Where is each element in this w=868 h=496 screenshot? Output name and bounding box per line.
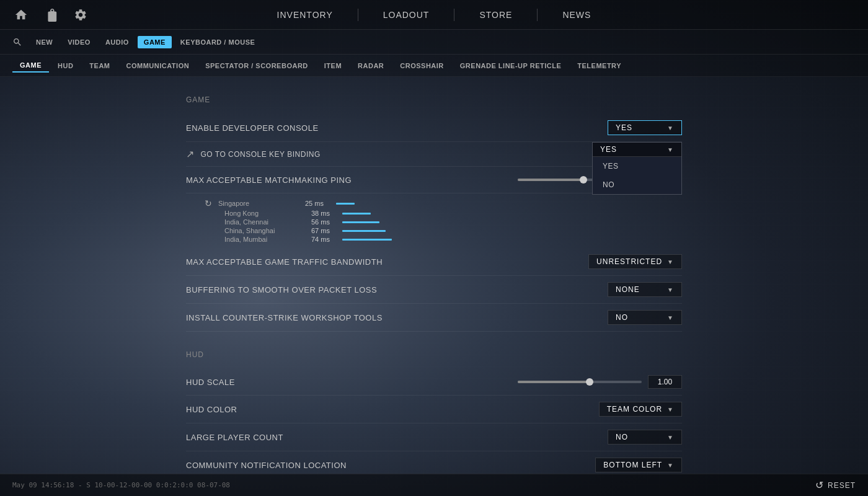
tab-audio[interactable]: AUDIO xyxy=(99,36,135,48)
hud-scale-value: 1.00 xyxy=(648,375,682,389)
reset-icon: ↺ xyxy=(815,479,824,491)
bandwidth-control: UNRESTRICTED ▼ xyxy=(588,254,682,269)
hud-scale-fill xyxy=(518,381,590,383)
ping-row-1: Hong Kong 38 ms xyxy=(205,210,682,217)
tab-new[interactable]: NEW xyxy=(30,36,59,48)
large-player-count-dropdown[interactable]: NO ▼ xyxy=(608,430,682,445)
ping-bar-1 xyxy=(342,213,371,215)
home-icon[interactable] xyxy=(12,6,30,24)
buffering-row: Buffering to smooth over packet loss NON… xyxy=(186,276,682,304)
nav-news[interactable]: NEWS xyxy=(562,7,591,22)
inventory-icon[interactable] xyxy=(42,6,60,24)
hud-color-label: HUD Color xyxy=(186,405,599,414)
sec-tab-grenade[interactable]: GRENADE LINE-UP RETICLE xyxy=(453,60,569,72)
sec-tab-spectator[interactable]: SPECTATOR / SCOREBOARD xyxy=(198,60,316,72)
top-nav-links: INVENTORY LOADOUT STORE NEWS xyxy=(277,7,591,22)
tab-game[interactable]: GAME xyxy=(138,36,172,48)
workshop-tools-dropdown[interactable]: NO ▼ xyxy=(608,310,682,325)
buffering-label: Buffering to smooth over packet loss xyxy=(186,285,608,294)
dropdown-yes-option[interactable]: Yes xyxy=(593,157,681,175)
ping-row-2: India, Chennai 56 ms xyxy=(205,218,682,226)
nav-sep-3 xyxy=(537,9,538,21)
large-player-count-control: NO ▼ xyxy=(608,430,682,445)
nav-store[interactable]: STORE xyxy=(479,7,512,22)
hud-color-row: HUD Color TEAM COLOR ▼ xyxy=(186,396,682,423)
bottom-bar: May 09 14:56:18 - S 10-00-12-00-00 0:0:2… xyxy=(0,474,868,496)
section-hud-label: Hud xyxy=(186,350,682,359)
dropdown-header-chevron: ▼ xyxy=(667,146,674,153)
sec-tab-team[interactable]: TEAM xyxy=(82,60,117,72)
hud-scale-track[interactable] xyxy=(518,381,642,383)
sec-tab-communication[interactable]: COMMUNICATION xyxy=(119,60,197,72)
console-link-label: GO TO CONSOLE KEY BINDING xyxy=(201,150,321,159)
buffering-chevron: ▼ xyxy=(667,286,674,293)
buffering-value: NONE xyxy=(616,285,640,294)
ping-location-1: Hong Kong xyxy=(224,210,305,217)
community-notification-dropdown[interactable]: BOTTOM LEFT ▼ xyxy=(595,458,682,472)
developer-console-dropdown[interactable]: YES ▼ xyxy=(608,120,682,135)
hud-color-value: TEAM COLOR xyxy=(607,405,662,414)
community-notification-chevron: ▼ xyxy=(667,462,674,469)
hud-scale-label: HUD Scale xyxy=(186,378,518,387)
community-notification-row: Community Notification Location BOTTOM L… xyxy=(186,451,682,474)
large-player-count-chevron: ▼ xyxy=(667,434,674,441)
sec-tab-telemetry[interactable]: TELEMETRY xyxy=(570,60,629,72)
section-game-label: Game xyxy=(186,95,682,104)
reset-label: RESET xyxy=(828,481,856,490)
secondary-tabs: GAME HUD TEAM COMMUNICATION SPECTATOR / … xyxy=(0,55,868,77)
refresh-icon[interactable]: ↻ xyxy=(205,198,212,208)
ping-bar-4 xyxy=(342,239,392,241)
community-notification-value: BOTTOM LEFT xyxy=(603,461,662,469)
bottom-log: May 09 14:56:18 - S 10-00-12-00-00 0:0:2… xyxy=(12,481,230,489)
ping-location-0: Singapore xyxy=(218,200,299,207)
workshop-tools-control: NO ▼ xyxy=(608,310,682,325)
buffering-dropdown[interactable]: NONE ▼ xyxy=(608,282,682,297)
ping-bar-2 xyxy=(342,221,379,223)
bandwidth-dropdown[interactable]: UNRESTRICTED ▼ xyxy=(588,254,682,269)
nav-sep-2 xyxy=(454,9,454,21)
matchmaking-ping-thumb[interactable] xyxy=(580,176,587,184)
ping-row-3: China, Shanghai 67 ms xyxy=(205,227,682,234)
settings-icon[interactable] xyxy=(72,6,89,24)
top-nav: INVENTORY LOADOUT STORE NEWS xyxy=(0,0,868,30)
sec-tab-game[interactable]: GAME xyxy=(12,59,49,73)
workshop-tools-row: Install Counter-Strike Workshop Tools NO… xyxy=(186,304,682,332)
ping-bar-0 xyxy=(336,203,355,205)
nav-loadout[interactable]: LOADOUT xyxy=(383,7,430,22)
developer-console-value: YES xyxy=(616,123,632,132)
tab-keyboard-mouse[interactable]: KEYBOARD / MOUSE xyxy=(174,36,261,48)
sec-tab-item[interactable]: ITEM xyxy=(317,60,349,72)
workshop-tools-value: NO xyxy=(616,313,628,322)
workshop-tools-chevron: ▼ xyxy=(667,314,674,321)
ping-value-1: 38 ms xyxy=(311,210,336,217)
workshop-tools-label: Install Counter-Strike Workshop Tools xyxy=(186,313,608,322)
ping-value-4: 74 ms xyxy=(311,236,336,243)
main-content: Game Enable Developer Console YES ▼ YES … xyxy=(0,77,868,474)
nav-icons xyxy=(12,6,89,24)
hud-scale-thumb[interactable] xyxy=(586,378,593,386)
dropdown-header-value: YES xyxy=(600,145,617,154)
tab-video[interactable]: VIDEO xyxy=(61,36,97,48)
ping-location-2: India, Chennai xyxy=(224,218,305,226)
hud-color-control: TEAM COLOR ▼ xyxy=(599,402,682,417)
search-icon[interactable] xyxy=(12,37,22,47)
developer-console-chevron: ▼ xyxy=(667,125,674,131)
ping-location-3: China, Shanghai xyxy=(224,227,305,234)
setting-developer-console: Enable Developer Console YES ▼ YES ▼ Yes… xyxy=(186,114,682,142)
bandwidth-row: Max Acceptable Game Traffic Bandwidth UN… xyxy=(186,248,682,276)
bandwidth-chevron: ▼ xyxy=(667,259,674,265)
developer-console-dropdown-menu: YES ▼ Yes No xyxy=(592,142,682,195)
hud-color-dropdown[interactable]: TEAM COLOR ▼ xyxy=(599,402,682,417)
reset-button[interactable]: ↺ RESET xyxy=(815,479,856,491)
sec-tab-crosshair[interactable]: CROSSHAIR xyxy=(392,60,451,72)
sec-tab-hud[interactable]: HUD xyxy=(50,60,81,72)
dropdown-no-option[interactable]: No xyxy=(593,175,681,194)
matchmaking-ping-fill xyxy=(518,179,583,181)
developer-console-label: Enable Developer Console xyxy=(186,123,608,133)
ping-bar-3 xyxy=(342,230,386,232)
nav-inventory[interactable]: INVENTORY xyxy=(277,7,333,22)
sec-tab-radar[interactable]: RADAR xyxy=(350,60,391,72)
large-player-count-row: Large Player Count NO ▼ xyxy=(186,423,682,451)
developer-console-row: Enable Developer Console YES ▼ xyxy=(186,114,682,142)
hud-color-chevron: ▼ xyxy=(667,406,674,413)
